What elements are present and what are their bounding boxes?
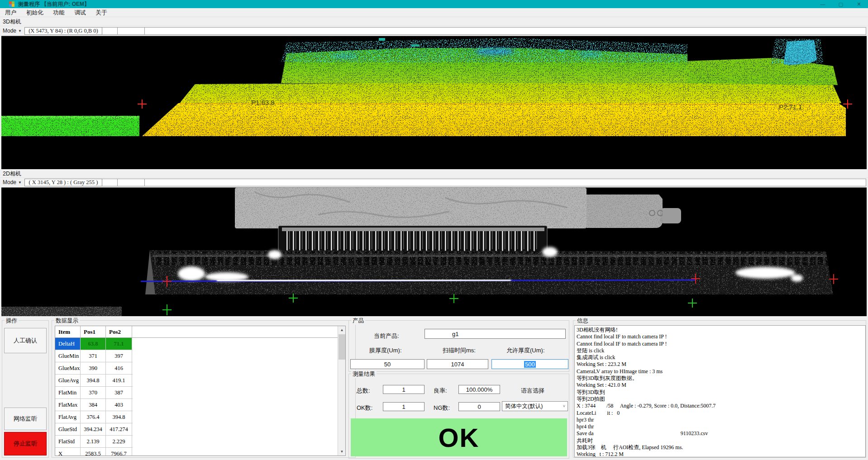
camera3d-mode-bar: Mode ▼ (X 5473, Y 84) : (R 0,G 0,B 0) — [0, 26, 868, 35]
scroll-up-icon[interactable]: ▲ — [338, 326, 346, 334]
mode-extra-box — [145, 27, 866, 35]
mode-extra-box — [102, 27, 118, 35]
close-button[interactable]: ✕ — [850, 0, 868, 8]
camera3d-mode-button[interactable]: Mode ▼ — [0, 28, 24, 34]
camera2d-image-view[interactable] — [1, 187, 867, 316]
window-title: 测量程序 【当前用户: OEM】 — [18, 0, 90, 8]
manual-confirm-button[interactable]: 人工确认 — [4, 328, 47, 353]
selected-text: 500 — [524, 361, 536, 368]
measurement-table[interactable]: Item Pos1 Pos2 DeltaH 63.8 71.1 GlueMin … — [55, 326, 346, 456]
scroll-down-icon[interactable]: ▼ — [338, 448, 346, 455]
minimize-button[interactable]: — — [814, 0, 832, 8]
info-group-label: 信息 — [576, 317, 590, 325]
total-field[interactable]: 1 — [383, 385, 424, 394]
table-cell-pos2: 7966.7 — [106, 448, 132, 456]
table-row[interactable]: GlueStd 394.234 417.274 — [55, 423, 133, 436]
table-row[interactable]: FlatAvg 376.4 394.8 — [55, 411, 133, 423]
mode-extra-box — [145, 179, 866, 186]
menu-item[interactable]: 关于 — [91, 8, 112, 17]
table-header-row: Item Pos1 Pos2 — [55, 326, 345, 338]
network-listen-button[interactable]: 网络监听 — [4, 408, 47, 430]
table-row[interactable]: FlatMin 370 387 — [55, 387, 133, 399]
table-row[interactable]: GlueAvg 394.8 419.1 — [55, 375, 133, 387]
chevron-down-icon: ▼ — [18, 29, 22, 33]
log-area[interactable]: 3D相机没有网络!Cannot find local IF to match c… — [574, 325, 866, 457]
table-row[interactable]: GlueMax 390 416 — [55, 362, 133, 375]
table-cell-item: GlueMax — [55, 362, 81, 374]
table-header: Pos2 — [106, 326, 132, 337]
film-thickness-label: 膜厚度(Um): — [369, 346, 402, 355]
log-line: 等到2D拍图 — [577, 396, 865, 403]
table-cell-item: FlatAvg — [55, 411, 81, 423]
allow-thickness-field[interactable]: 500 — [491, 359, 568, 369]
camera2d-section-label: 2D相机 — [3, 170, 21, 178]
log-line: Working Set : 421.0 M — [577, 382, 865, 389]
ok-count-label: OK数: — [357, 404, 372, 412]
table-cell-pos1: 376.4 — [81, 411, 106, 423]
log-line: 登陆 is click — [577, 347, 865, 354]
menu-item[interactable]: 用户 — [0, 8, 21, 17]
scan-time-label: 扫描时间ms: — [443, 346, 476, 355]
current-product-field[interactable]: g1 — [424, 329, 566, 339]
result-status-banner: OK — [351, 418, 567, 456]
table-cell-item: X — [55, 448, 81, 456]
table-cell-pos2: 394.8 — [106, 411, 132, 423]
table-row[interactable]: FlatStd 2.139 2.229 — [55, 436, 133, 448]
table-cell-item: GlueMin — [55, 350, 81, 362]
app-icon — [9, 1, 14, 7]
menu-item[interactable]: 功能 — [48, 8, 70, 17]
language-selected-value: 简体中文(默认) — [505, 403, 543, 410]
table-cell-pos1: 63.8 — [81, 338, 106, 350]
scan-time-field[interactable]: 1074 — [427, 359, 488, 369]
stop-listen-button[interactable]: 停止监听 — [4, 432, 47, 455]
table-cell-pos2: 2.229 — [106, 436, 132, 447]
p1-annotation: P1:63.8 — [251, 99, 275, 106]
table-row[interactable]: FlatMax 384 403 — [55, 399, 133, 411]
camera2d-photo — [1, 188, 867, 316]
log-line: hpr4 thr — [577, 423, 865, 430]
menu-item[interactable]: 调试 — [70, 8, 91, 17]
log-line: LocateLi it : 0 — [577, 410, 865, 417]
log-line: Cannot find local IF to match camera IP … — [577, 341, 865, 347]
log-line: CameraLV array to HImage time : 3 ms — [577, 368, 865, 375]
camera3d-image-view[interactable]: P1:63.8 P2:71.1 — [1, 36, 867, 169]
table-cell-pos1: 390 — [81, 362, 106, 374]
operation-group-label: 操作 — [5, 317, 19, 325]
current-product-label: 当前产品: — [374, 332, 399, 340]
yield-label: 良率: — [434, 387, 447, 395]
table-row[interactable]: X 2583.5 7966.7 — [55, 448, 133, 456]
table-cell-item: FlatMin — [55, 387, 81, 398]
operation-group: 操作 人工确认 网络监听 停止监听 — [2, 320, 49, 458]
ok-count-field[interactable]: 1 — [383, 402, 424, 411]
chevron-down-icon: ˅ — [563, 404, 565, 408]
table-row[interactable]: DeltaH 63.8 71.1 — [55, 338, 133, 350]
table-cell-pos2: 419.1 — [106, 375, 132, 386]
camera2d-mode-button[interactable]: Mode ▼ — [0, 179, 24, 185]
yield-field[interactable]: 100.000% — [458, 385, 500, 394]
table-header: Item — [55, 326, 81, 337]
table-cell-pos2: 71.1 — [106, 338, 132, 350]
camera2d-mode-bar: Mode ▼ ( X 3145, Y 28 ) : ( Gray 255 ) — [0, 177, 868, 187]
results-group-label: 测量结果 — [351, 370, 377, 378]
log-line: X : 3744 /58 Angle : -0.279, Score : 0.0… — [577, 403, 865, 409]
table-cell-pos1: 2.139 — [81, 436, 106, 447]
table-cell-item: FlatMax — [55, 399, 81, 411]
data-display-group: 数据显示 Item Pos1 Pos2 DeltaH 63.8 71.1 Glu… — [52, 320, 356, 458]
camera2d-pixel-status: ( X 3145, Y 28 ) : ( Gray 255 ) — [24, 179, 102, 186]
menu-item[interactable]: 初始化 — [21, 8, 48, 17]
table-cell-pos1: 371 — [81, 350, 106, 362]
ng-count-label: NG数: — [434, 404, 450, 412]
camera3d-pixel-status: (X 5473, Y 84) : (R 0,G 0,B 0) — [24, 27, 102, 35]
maximize-button[interactable]: ▢ — [832, 0, 850, 8]
log-line: 共耗时 — [577, 437, 865, 444]
table-cell-pos2: 387 — [106, 387, 132, 398]
film-thickness-field[interactable]: 50 — [350, 359, 424, 369]
ng-count-field[interactable]: 0 — [458, 402, 500, 411]
table-scrollbar[interactable]: ▲ ▼ — [338, 326, 345, 455]
menu-bar: 用户初始化功能调试关于 — [0, 8, 868, 17]
total-label: 总数: — [357, 387, 370, 395]
table-row[interactable]: GlueMin 371 397 — [55, 350, 133, 362]
log-line: Working t : 712.2 M — [577, 451, 865, 457]
scrollbar-thumb[interactable] — [339, 334, 345, 360]
language-select[interactable]: 简体中文(默认) ˅ — [502, 401, 568, 411]
